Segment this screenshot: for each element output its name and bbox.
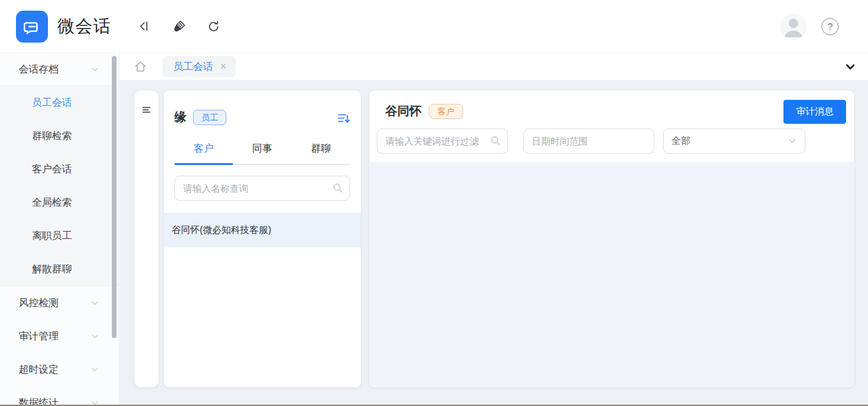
audit-messages-button[interactable]: 审计消息: [783, 100, 846, 124]
contact-type-tabs: 客户 同事 群聊: [174, 142, 350, 165]
collapse-sidebar-icon[interactable]: [136, 19, 152, 35]
brush-icon[interactable]: [171, 19, 187, 35]
contact-search: [174, 176, 350, 201]
sidebar-item-resigned-employees[interactable]: 离职员工: [0, 219, 119, 252]
header-toolbar: [136, 19, 222, 35]
chevron-down-icon: [787, 136, 797, 146]
tab-label: 员工会话: [173, 61, 213, 73]
conversation-header: 谷同怀 客户: [385, 103, 463, 119]
collapse-tabs-icon[interactable]: [845, 61, 856, 73]
list-item[interactable]: 谷同怀(微必知科技客服): [164, 213, 361, 248]
message-area: [369, 162, 854, 387]
chevron-down-icon: [91, 299, 99, 307]
home-icon[interactable]: [133, 59, 148, 74]
tab-employee-session[interactable]: 员工会话 ×: [162, 56, 236, 77]
sidebar-section-label: 会话存档: [19, 63, 59, 76]
sidebar-item-conversation-archive[interactable]: 会话存档: [0, 53, 119, 85]
chevron-down-icon: [91, 65, 99, 74]
owner-name: 缘: [174, 109, 186, 125]
sidebar-item-global-search[interactable]: 全局检索: [0, 186, 119, 219]
date-range-filter: [523, 128, 654, 154]
sidebar-submenu: 员工会话 群聊检索 客户会话 全局检索 离职员工 解散群聊: [0, 85, 119, 286]
close-icon[interactable]: ×: [218, 61, 229, 73]
fold-panel-icon[interactable]: [142, 105, 151, 116]
sidebar-item-audit-management[interactable]: 审计管理: [0, 319, 119, 353]
tab-customers[interactable]: 客户: [174, 142, 233, 164]
contact-title: 谷同怀: [385, 103, 421, 119]
sidebar-item-employee-session[interactable]: 员工会话: [0, 86, 119, 119]
keyword-filter-input[interactable]: [377, 128, 508, 154]
avatar[interactable]: [780, 13, 807, 40]
app-logo-icon: [16, 11, 48, 43]
sidebar-section-label: 风控检测: [19, 297, 59, 309]
sidebar-item-disbanded-groups[interactable]: 解散群聊: [0, 252, 119, 286]
header-right: ?: [780, 13, 839, 40]
select-value: 全部: [672, 135, 690, 147]
keyword-filter: [377, 128, 508, 154]
contact-list: 谷同怀(微必知科技客服): [164, 213, 361, 248]
sidebar-item-group-chat-search[interactable]: 群聊检索: [0, 119, 119, 152]
sidebar-item-customer-session[interactable]: 客户会话: [0, 152, 119, 186]
sidebar-section-label: 审计管理: [19, 330, 59, 343]
sort-icon[interactable]: [337, 112, 350, 125]
refresh-icon[interactable]: [206, 19, 222, 35]
help-icon[interactable]: ?: [821, 18, 839, 35]
tab-group-chats[interactable]: 群聊: [292, 142, 350, 164]
sidebar-section-label: 超时设定: [19, 363, 59, 376]
content-area: 缘 员工 客户 同事 群聊: [120, 80, 868, 406]
contacts-panel-header: 缘 员工: [164, 91, 361, 125]
conversation-panel: 谷同怀 客户 审计消息 全部: [369, 91, 854, 387]
tab-bar: 员工会话 ×: [120, 53, 868, 80]
sidebar-item-timeout-settings[interactable]: 超时设定: [0, 353, 119, 386]
sidebar: 会话存档 员工会话 群聊检索 客户会话 全局检索 离职员工 解散群聊 风控检测 …: [0, 53, 120, 406]
owner-role-badge: 员工: [193, 110, 226, 125]
sidebar-scrollbar[interactable]: [112, 56, 116, 338]
sidebar-item-data-statistics[interactable]: 数据统计: [0, 386, 119, 406]
date-range-input[interactable]: [523, 128, 654, 154]
app-title: 微会话: [57, 15, 111, 38]
panel-fold-strip: [134, 91, 158, 387]
contact-type-badge: 客户: [429, 104, 463, 119]
chevron-down-icon: [91, 365, 99, 374]
app-header: 微会话: [0, 0, 868, 53]
contacts-panel: 缘 员工 客户 同事 群聊: [164, 91, 361, 387]
tab-colleagues[interactable]: 同事: [233, 142, 292, 164]
sidebar-item-risk-control[interactable]: 风控检测: [0, 286, 119, 319]
chevron-down-icon: [91, 332, 99, 341]
app-window: 微会话: [0, 0, 868, 406]
message-type-select[interactable]: 全部: [663, 128, 805, 154]
contact-search-input[interactable]: [174, 176, 350, 201]
